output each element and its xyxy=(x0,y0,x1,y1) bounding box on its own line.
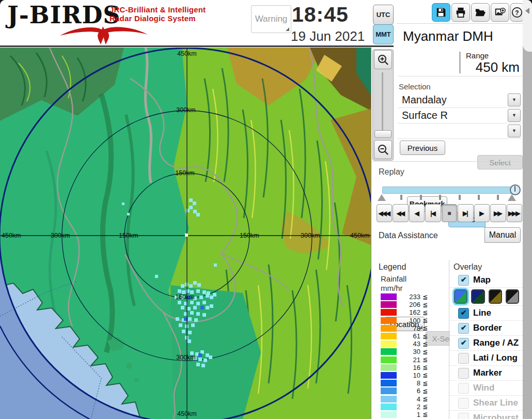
legend-row: 21≦ xyxy=(381,356,432,364)
legend-color-swatch xyxy=(381,301,397,308)
legend-color-swatch xyxy=(381,333,397,339)
rewind-fast-button[interactable]: ◀◀◀ xyxy=(377,204,392,222)
legend-suffix: ≦ xyxy=(423,348,428,355)
clock-date: 19 Jun 2021 xyxy=(291,29,365,43)
select-extra[interactable]: ▼ xyxy=(398,123,522,139)
save-button[interactable] xyxy=(432,3,450,22)
svg-text:?: ? xyxy=(515,9,519,17)
range-ring-label: 150km xyxy=(175,169,195,177)
checkbox-icon[interactable] xyxy=(458,383,469,394)
legend-overlay-divider xyxy=(449,260,449,419)
checkbox-icon[interactable]: ✔ xyxy=(458,308,469,319)
panel-scroll-strip[interactable] xyxy=(523,0,532,419)
play-reverse-button[interactable]: ◀ xyxy=(409,204,425,222)
legend-row: 78≦ xyxy=(381,324,432,332)
open-file-button[interactable] xyxy=(471,3,490,22)
overlay-item-microburst[interactable]: Microburst xyxy=(450,410,523,419)
checkbox-icon[interactable]: ✔ xyxy=(458,275,469,286)
map-style-color-button[interactable] xyxy=(454,289,467,304)
overlay-item-lati-long[interactable]: Lati / Long xyxy=(450,350,523,365)
station-title: Myanmar DMH xyxy=(403,28,493,44)
zoom-slider-track[interactable] xyxy=(382,72,383,130)
mmt-button[interactable]: MMT xyxy=(373,24,394,44)
warning-label: Warning xyxy=(255,14,288,24)
legend-value: 8 xyxy=(399,379,420,387)
overlay-item-label: Microburst xyxy=(473,413,519,419)
checkbox-icon[interactable]: ✔ xyxy=(458,323,469,334)
checkbox-icon[interactable] xyxy=(458,368,469,379)
zoom-in-button[interactable] xyxy=(374,50,392,69)
overlay-item-label: Marker xyxy=(473,368,502,378)
legend-row: 6≦ xyxy=(381,387,432,395)
overlay-item-label: Lati / Long xyxy=(473,353,518,363)
playback-controls: ◀◀◀◀◀◀|◀■▶|▶▶▶▶▶▶ xyxy=(377,204,522,222)
slider-tick xyxy=(497,195,499,200)
slider-end-marker[interactable] xyxy=(508,194,516,201)
print-icon xyxy=(455,7,466,18)
legend-value: 43 xyxy=(399,340,420,348)
overlay-item-marker[interactable]: Marker xyxy=(450,365,523,380)
map-style-row xyxy=(450,287,523,305)
map-style-olive-button[interactable] xyxy=(489,289,502,304)
legend-color-swatch xyxy=(381,317,397,324)
checkbox-icon[interactable] xyxy=(458,353,469,364)
overlay-item-border[interactable]: ✔Border xyxy=(450,320,523,335)
overlay-item-label: Wind xyxy=(473,383,494,393)
clock-time: 18:45 xyxy=(292,4,349,25)
chevron-down-icon[interactable]: ▼ xyxy=(508,125,521,137)
utc-button[interactable]: UTC xyxy=(373,5,394,25)
select-button[interactable]: Select xyxy=(477,155,523,169)
step-forward-button[interactable]: ▶| xyxy=(458,204,473,222)
radar-map[interactable]: 450km300km150km150km300km450km450km300km… xyxy=(0,48,371,419)
print-button[interactable] xyxy=(451,3,470,22)
overlay-item-range-az[interactable]: ✔Range / AZ xyxy=(450,335,523,350)
overlay-item-shear-line[interactable]: Shear Line xyxy=(450,395,523,410)
legend-suffix: ≦ xyxy=(423,324,428,332)
range-value: 450 km xyxy=(476,59,520,75)
map-style-gray-button[interactable] xyxy=(506,289,519,304)
warning-button[interactable]: Warning xyxy=(251,5,291,33)
legend-color-swatch xyxy=(381,404,397,410)
legend-suffix: ≦ xyxy=(423,317,428,324)
map-style-dark-button[interactable] xyxy=(471,289,484,304)
chevron-down-icon[interactable]: ▼ xyxy=(508,94,521,106)
slider-tick xyxy=(439,195,441,200)
slider-start-marker[interactable] xyxy=(378,194,386,201)
select-product[interactable]: Surface R ▼ xyxy=(398,107,522,123)
corner-grip-icon xyxy=(286,27,289,31)
checkbox-icon[interactable] xyxy=(458,398,469,409)
chevron-down-icon[interactable]: ▼ xyxy=(508,109,521,122)
replay-slider-track[interactable] xyxy=(382,187,519,194)
legend-suffix: ≦ xyxy=(423,340,428,348)
select-site-value: Mandalay xyxy=(402,94,447,106)
legend-value: 10 xyxy=(399,371,420,379)
zoom-out-button[interactable] xyxy=(374,140,392,159)
forward-button[interactable]: ▶▶ xyxy=(490,204,506,222)
overlay-item-line[interactable]: ✔Line xyxy=(450,305,523,320)
range-ring-label: 150km xyxy=(119,232,138,239)
previous-button[interactable]: Previous xyxy=(400,141,445,155)
legend-value: 162 xyxy=(399,308,420,316)
legend-color-swatch xyxy=(381,411,397,418)
manual-button[interactable]: Manual xyxy=(484,227,521,243)
legend-color-swatch xyxy=(381,380,397,386)
stop-button[interactable]: ■ xyxy=(442,204,457,222)
range-divider xyxy=(460,52,460,73)
legend-color-swatch xyxy=(381,364,397,371)
checkbox-icon[interactable] xyxy=(458,413,469,419)
checkbox-icon[interactable]: ✔ xyxy=(458,338,469,349)
zoom-slider-thumb[interactable] xyxy=(374,130,392,138)
select-site[interactable]: Mandalay ▼ xyxy=(398,92,522,108)
step-back-button[interactable]: |◀ xyxy=(425,204,441,222)
overlay-item-map[interactable]: ✔Map xyxy=(450,273,523,287)
play-button[interactable]: ▶ xyxy=(474,204,490,222)
legend-value: 16 xyxy=(399,364,420,371)
legend-suffix: ≦ xyxy=(423,364,428,371)
rewind-button[interactable]: ◀◀ xyxy=(393,204,408,222)
replay-slider-handle[interactable] xyxy=(510,184,521,195)
forward-fast-button[interactable]: ▶▶▶ xyxy=(507,204,522,222)
help-button[interactable]: ? xyxy=(510,3,524,22)
legend-suffix: ≦ xyxy=(423,411,428,418)
capture-button[interactable] xyxy=(491,3,509,22)
overlay-item-wind[interactable]: Wind xyxy=(450,380,523,395)
